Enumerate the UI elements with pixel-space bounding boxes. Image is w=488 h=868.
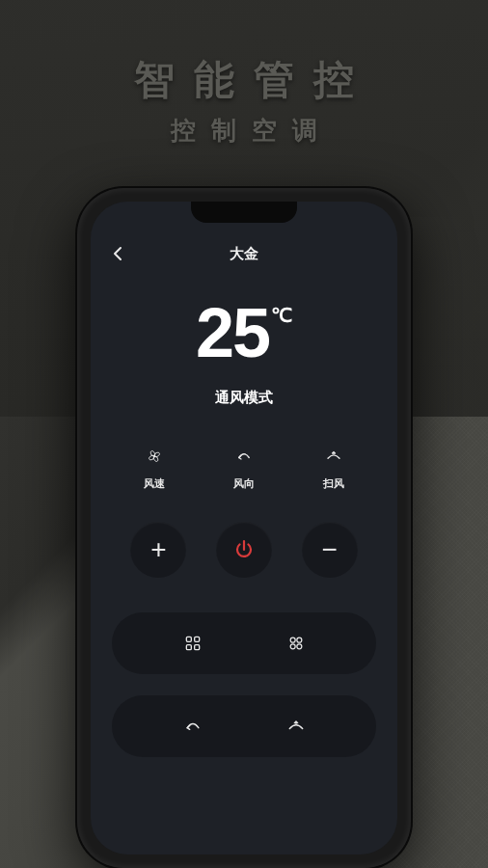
svg-point-0	[153, 455, 155, 457]
app-header: 大金	[91, 236, 397, 271]
mode-label: 通风模式	[91, 389, 397, 407]
phone-screen: 大金 25 ℃ 通风模式 风速 风向	[91, 202, 397, 854]
pill-row-1	[112, 612, 376, 674]
svg-rect-2	[194, 637, 199, 641]
swing-icon	[286, 717, 306, 736]
control-label: 风向	[233, 476, 255, 491]
back-button[interactable]	[108, 244, 127, 263]
wind-direction-button[interactable]	[181, 715, 204, 738]
increase-button[interactable]: +	[130, 522, 186, 578]
fan-speed-icon	[144, 446, 165, 467]
control-fan-speed[interactable]: 风速	[144, 446, 165, 491]
hero-title: 智能管控	[0, 53, 488, 107]
swing-icon	[323, 446, 344, 467]
wind-direction-icon	[233, 446, 255, 467]
control-row: 风速 风向 扫风	[91, 446, 397, 491]
phone-frame: 大金 25 ℃ 通风模式 风速 风向	[77, 188, 411, 868]
svg-rect-4	[194, 645, 199, 650]
power-button[interactable]	[216, 522, 272, 578]
control-swing[interactable]: 扫风	[323, 446, 344, 491]
control-wind-direction[interactable]: 风向	[233, 446, 255, 491]
swing-button[interactable]	[285, 715, 308, 738]
phone-notch	[191, 202, 297, 223]
control-label: 风速	[144, 476, 165, 491]
svg-point-7	[290, 644, 295, 649]
control-label: 扫风	[323, 476, 344, 491]
temperature-display: 25 ℃	[91, 298, 397, 367]
temperature-unit: ℃	[271, 304, 292, 327]
decrease-button[interactable]: −	[302, 522, 358, 578]
fan-icon	[286, 634, 306, 653]
pill-row-2	[112, 695, 376, 757]
svg-rect-1	[186, 637, 191, 641]
chevron-left-icon	[113, 246, 122, 261]
fan-mode-button[interactable]	[285, 632, 308, 655]
minus-icon: −	[321, 534, 337, 565]
grid-icon	[183, 634, 203, 653]
svg-point-5	[290, 637, 295, 642]
svg-rect-3	[186, 645, 191, 650]
circle-button-row: + −	[91, 522, 397, 578]
wind-direction-icon	[183, 717, 203, 736]
grid-mode-button[interactable]	[181, 632, 204, 655]
plus-icon: +	[150, 534, 166, 565]
pill-rows	[91, 612, 397, 757]
svg-point-6	[296, 637, 301, 642]
svg-point-8	[296, 644, 301, 649]
header-title: 大金	[230, 245, 258, 263]
temperature-value: 25	[196, 298, 269, 367]
power-icon	[232, 538, 256, 561]
hero-subtitle: 控制空调	[0, 114, 488, 148]
